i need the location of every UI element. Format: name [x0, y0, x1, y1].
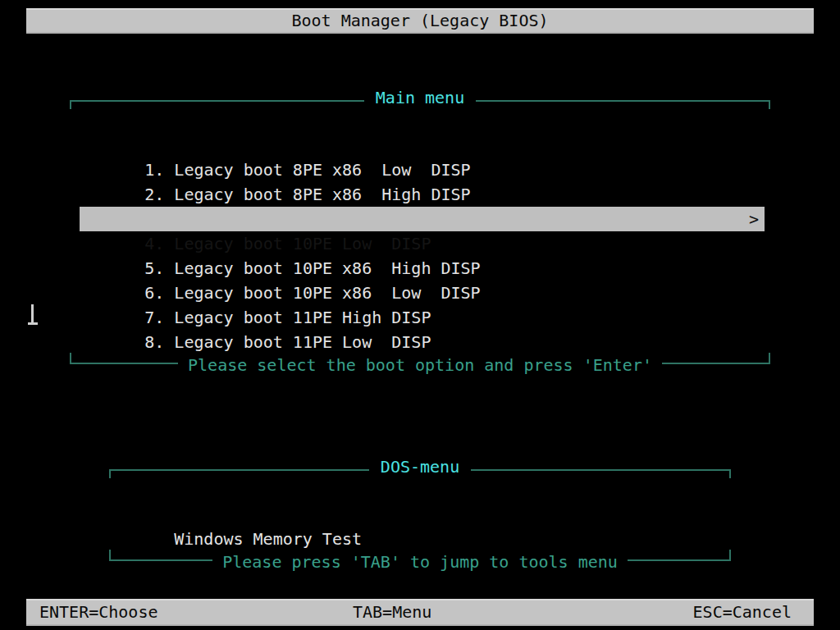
- boot-option-row[interactable]: 5. Legacy boot 10PE x86 High DISP >: [80, 231, 765, 256]
- box-border-line: [471, 469, 731, 478]
- box-border-line: [109, 550, 212, 561]
- text-cursor-artifact: [27, 304, 39, 326]
- dos-option-row[interactable]: Windows Memory Test: [115, 502, 722, 527]
- box-border-line: [662, 353, 770, 364]
- text-cursor-stem: [31, 304, 34, 323]
- main-menu-title: Main menu: [364, 87, 476, 108]
- box-border-line: [70, 353, 178, 364]
- enter-key-hint: ENTER=Choose: [39, 600, 158, 624]
- esc-key-hint: ESC=Cancel: [693, 600, 792, 624]
- box-border-line: [628, 550, 731, 561]
- boot-option-row[interactable]: 3. Legacy boot 10PE High DISP >: [80, 182, 765, 207]
- main-menu-hint: Please select the boot option and press …: [178, 353, 662, 377]
- main-menu-list: 1. Legacy boot 8PE x86 Low DISP > 2. Leg…: [80, 133, 765, 330]
- window-title: Boot Manager (Legacy BIOS): [291, 11, 548, 30]
- box-border-line: [476, 100, 770, 109]
- dos-menu-list: Windows Memory Test: [115, 502, 722, 527]
- boot-option-label: 8. Legacy boot 11PE Low DISP: [144, 332, 431, 352]
- box-border-line: [109, 469, 369, 478]
- dos-option-label: Windows Memory Test: [174, 529, 362, 549]
- dos-menu-footer: Please press 'TAB' to jump to tools menu: [109, 550, 731, 563]
- title-bar: Boot Manager (Legacy BIOS): [26, 8, 814, 34]
- dos-menu-header: DOS-menu: [109, 456, 731, 478]
- bios-screen: Boot Manager (Legacy BIOS) Main menu 1. …: [0, 0, 840, 630]
- tab-key-hint: TAB=Menu: [353, 600, 431, 624]
- boot-option-row[interactable]: 1. Legacy boot 8PE x86 Low DISP >: [80, 133, 765, 158]
- boot-option-row[interactable]: 7. Legacy boot 11PE High DISP >: [80, 281, 765, 305]
- main-menu-header: Main menu: [70, 87, 770, 109]
- boot-option-row[interactable]: 8. Legacy boot 11PE Low DISP >: [80, 305, 765, 330]
- boot-option-row[interactable]: 2. Legacy boot 8PE x86 High DISP >: [80, 158, 765, 182]
- main-menu-footer: Please select the boot option and press …: [70, 353, 770, 366]
- dos-menu-hint: Please press 'TAB' to jump to tools menu: [212, 550, 628, 574]
- text-cursor-base: [28, 322, 38, 325]
- box-border-line: [70, 100, 364, 109]
- boot-option-row[interactable]: 6. Legacy boot 10PE x86 Low DISP >: [80, 256, 765, 281]
- selection-arrow-icon: >: [749, 207, 759, 231]
- boot-option-row[interactable]: 4. Legacy boot 10PE Low DISP >: [80, 207, 765, 231]
- status-bar: ENTER=Choose TAB=Menu ESC=Cancel: [26, 599, 814, 626]
- dos-menu-title: DOS-menu: [369, 456, 471, 477]
